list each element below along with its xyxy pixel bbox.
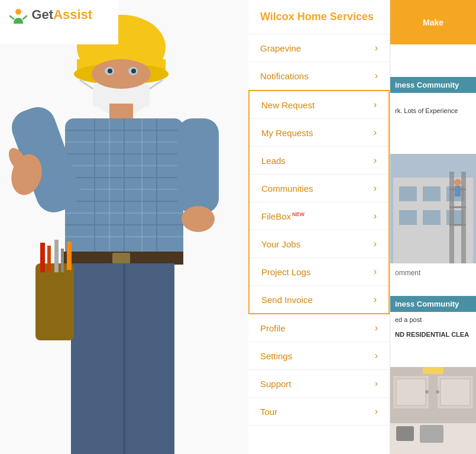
sidebar-item-filebox[interactable]: FileBoxNEW › xyxy=(250,202,388,230)
svg-rect-57 xyxy=(423,186,441,201)
sidebar-item-support[interactable]: Support › xyxy=(248,370,390,398)
chevron-right-icon: › xyxy=(375,43,378,53)
chevron-right-icon: › xyxy=(374,127,377,138)
svg-point-51 xyxy=(15,9,21,15)
worker-illustration xyxy=(0,0,248,454)
sidebar-item-grapevine[interactable]: Grapevine › xyxy=(248,34,390,62)
sidebar-item-new-request[interactable]: New Request › xyxy=(250,91,388,119)
svg-rect-78 xyxy=(396,426,414,441)
sidebar-item-profile[interactable]: Profile › xyxy=(248,314,390,342)
sidebar-title: Wilcox Home Services xyxy=(260,11,378,23)
svg-rect-77 xyxy=(423,367,443,374)
logo-icon xyxy=(9,7,28,26)
sidebar-item-communities-label: Communities xyxy=(261,183,313,194)
sidebar-item-communities[interactable]: Communities › xyxy=(250,175,388,202)
sidebar-item-your-jobs[interactable]: Your Jobs › xyxy=(250,230,388,258)
sidebar-item-filebox-label: FileBoxNEW xyxy=(261,211,305,221)
sidebar-header: Wilcox Home Services xyxy=(248,0,390,34)
sidebar-item-profile-label: Profile xyxy=(260,323,286,333)
chevron-right-icon: › xyxy=(374,155,377,166)
sidebar-item-leads-label: Leads xyxy=(261,156,286,166)
sidebar-item-notifications-label: Notifications xyxy=(260,71,309,81)
sidebar: Wilcox Home Services Grapevine › Notific… xyxy=(248,0,390,454)
svg-rect-59 xyxy=(399,210,417,225)
sidebar-item-tour[interactable]: Tour › xyxy=(248,398,390,426)
biz-community-text-2: iness Community xyxy=(395,300,459,308)
chevron-right-icon: › xyxy=(374,294,377,305)
svg-rect-10 xyxy=(93,86,150,107)
svg-rect-56 xyxy=(399,186,417,201)
svg-rect-63 xyxy=(461,172,466,263)
logo-assist-text: Assist xyxy=(53,7,92,22)
chevron-right-icon: › xyxy=(375,350,378,361)
logo[interactable]: GetAssist xyxy=(9,7,92,26)
chevron-right-icon: › xyxy=(374,239,377,249)
chevron-right-icon: › xyxy=(375,323,378,333)
svg-rect-45 xyxy=(40,243,45,272)
kitchen-image xyxy=(390,367,476,454)
biz-community-text-1: iness Community xyxy=(395,81,459,89)
svg-line-52 xyxy=(10,16,14,19)
sidebar-item-project-logs[interactable]: Project Logs › xyxy=(250,258,388,286)
svg-rect-48 xyxy=(61,249,64,272)
biz-snippet-1: rk. Lots of Experience xyxy=(390,104,476,118)
sidebar-item-my-requests-label: My Requests xyxy=(261,128,313,138)
svg-point-67 xyxy=(454,179,461,186)
chevron-right-icon: › xyxy=(374,266,377,277)
filebox-new-badge: NEW xyxy=(292,211,305,217)
building-image xyxy=(390,154,476,263)
biz-community-label-1: iness Community xyxy=(390,77,476,93)
svg-rect-72 xyxy=(396,379,426,405)
biz-snippet-3: ND RESIDENTIAL CLEA xyxy=(390,329,476,340)
biz-snippet-2: ed a post xyxy=(390,314,476,326)
svg-rect-79 xyxy=(420,425,443,443)
svg-point-13 xyxy=(92,59,151,89)
right-panel: Make iness Community rk. Lots of Experie… xyxy=(390,0,476,454)
sidebar-item-your-jobs-label: Your Jobs xyxy=(261,239,300,249)
svg-point-17 xyxy=(131,69,136,73)
sidebar-item-notifications[interactable]: Notifications › xyxy=(248,62,390,90)
svg-rect-49 xyxy=(67,242,72,270)
make-button-text: Make xyxy=(423,18,443,27)
sidebar-item-send-invoice-label: Send Invoice xyxy=(261,295,313,305)
comment-text: omment xyxy=(395,269,420,277)
biz-community-label-2: iness Community xyxy=(390,296,476,312)
right-comment-area: omment xyxy=(390,266,476,279)
chevron-right-icon: › xyxy=(374,99,377,110)
right-image-2 xyxy=(390,367,476,454)
sidebar-item-grapevine-label: Grapevine xyxy=(260,43,301,53)
orange-border-group: New Request › My Requests › Leads › Comm… xyxy=(248,90,390,314)
sidebar-item-new-request-label: New Request xyxy=(261,100,315,110)
chevron-right-icon: › xyxy=(374,183,377,194)
svg-rect-47 xyxy=(54,240,59,272)
logo-get-text: Get xyxy=(31,7,53,22)
sidebar-item-leads[interactable]: Leads › xyxy=(250,147,388,175)
svg-rect-41 xyxy=(112,253,130,263)
orange-top-bar: Make xyxy=(390,0,476,44)
svg-point-76 xyxy=(436,390,439,394)
sidebar-item-settings-label: Settings xyxy=(260,351,292,361)
svg-rect-60 xyxy=(423,210,441,225)
svg-rect-46 xyxy=(47,246,51,272)
sidebar-item-project-logs-label: Project Logs xyxy=(261,267,310,277)
svg-rect-74 xyxy=(441,379,470,405)
chevron-right-icon: › xyxy=(374,211,377,221)
chevron-right-icon: › xyxy=(375,378,378,389)
svg-rect-68 xyxy=(455,186,461,197)
svg-rect-42 xyxy=(71,263,174,454)
sidebar-item-support-label: Support xyxy=(260,379,292,389)
svg-point-16 xyxy=(108,69,112,73)
sidebar-item-my-requests[interactable]: My Requests › xyxy=(250,119,388,147)
svg-point-39 xyxy=(182,206,215,232)
svg-rect-38 xyxy=(177,118,219,213)
sidebar-item-settings[interactable]: Settings › xyxy=(248,342,390,370)
right-image-1 xyxy=(390,154,476,263)
svg-rect-44 xyxy=(35,263,74,340)
svg-rect-62 xyxy=(449,172,454,263)
sidebar-item-tour-label: Tour xyxy=(260,407,277,417)
chevron-right-icon: › xyxy=(375,406,378,417)
chevron-right-icon: › xyxy=(375,70,378,81)
sidebar-item-send-invoice[interactable]: Send Invoice › xyxy=(250,286,388,313)
svg-point-75 xyxy=(425,390,429,394)
worker-background xyxy=(0,0,248,454)
